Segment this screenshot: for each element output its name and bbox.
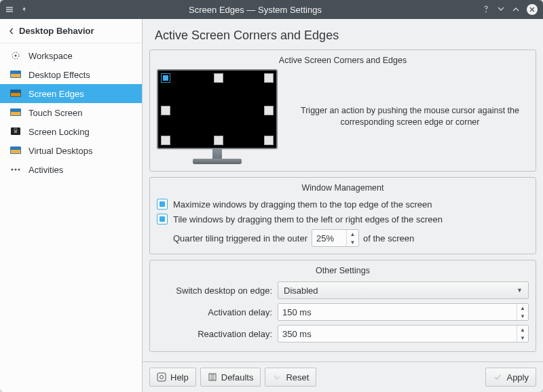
svg-rect-10 (14, 130, 17, 133)
pin-icon[interactable] (20, 5, 29, 14)
desktop-effects-icon (10, 69, 22, 80)
svg-rect-12 (11, 150, 20, 153)
sidebar-item-screen-edges[interactable]: Screen Edges (0, 84, 142, 103)
virtual-desktops-icon (10, 145, 22, 156)
sidebar-item-activities[interactable]: Activities (0, 160, 142, 179)
sidebar: Desktop Behavior Workspace Desktop Effec… (0, 19, 143, 392)
tile-label: Tile windows by dragging them to the lef… (173, 214, 443, 224)
spin-down-icon[interactable]: ▼ (347, 238, 358, 246)
edge-top[interactable] (214, 73, 223, 83)
svg-rect-4 (11, 74, 20, 77)
screen-locking-icon (10, 126, 22, 137)
reset-icon (272, 372, 282, 382)
maximize-icon[interactable] (512, 6, 520, 13)
workspace-icon (10, 50, 22, 61)
edge-top-left[interactable] (161, 73, 170, 83)
sidebar-item-label: Screen Edges (29, 89, 84, 99)
defaults-icon (208, 372, 217, 382)
reactivation-delay-spinbox[interactable]: ▲▼ (278, 325, 529, 342)
button-label: Help (170, 372, 189, 383)
edge-bottom-right[interactable] (264, 136, 274, 145)
svg-rect-16 (157, 373, 166, 381)
button-label: Reset (286, 372, 309, 383)
svg-point-14 (15, 169, 17, 171)
quarter-tiling-spinbox[interactable]: ▲▼ (312, 229, 359, 247)
svg-point-15 (18, 169, 20, 171)
sidebar-item-label: Activities (29, 165, 63, 175)
group-other-settings: Other Settings Switch desktop on edge: D… (149, 260, 536, 352)
edge-bottom-left[interactable] (161, 136, 170, 145)
spin-down-icon[interactable]: ▼ (517, 312, 528, 320)
svg-rect-8 (11, 112, 20, 115)
reactivation-delay-input[interactable] (278, 329, 517, 339)
edge-left[interactable] (161, 106, 170, 115)
touch-screen-icon (10, 107, 22, 118)
titlebar: Screen Edges — System Settings (0, 0, 543, 19)
spin-up-icon[interactable]: ▲ (517, 326, 528, 334)
close-icon[interactable] (527, 4, 538, 15)
edges-hint: Trigger an action by pushing the mouse c… (291, 105, 529, 129)
sidebar-item-desktop-effects[interactable]: Desktop Effects (0, 65, 142, 84)
chevron-down-icon: ▼ (517, 287, 523, 294)
svg-point-2 (15, 55, 17, 57)
spin-up-icon[interactable]: ▲ (347, 230, 358, 238)
help-icon (157, 372, 166, 382)
sidebar-item-screen-locking[interactable]: Screen Locking (0, 122, 142, 141)
page-title: Active Screen Corners and Edges (143, 19, 543, 50)
svg-point-0 (485, 12, 487, 13)
sidebar-item-label: Screen Locking (29, 127, 90, 137)
sidebar-item-workspace[interactable]: Workspace (0, 46, 142, 65)
group-title: Other Settings (157, 266, 529, 279)
window-title: Screen Edges — System Settings (29, 5, 482, 15)
edge-top-right[interactable] (264, 73, 274, 83)
activities-icon (10, 164, 22, 175)
reset-button[interactable]: Reset (265, 368, 316, 387)
screen-edges-icon (10, 88, 22, 99)
button-label: Defaults (221, 372, 254, 383)
maximize-label: Maximize windows by dragging them to the… (173, 199, 432, 210)
button-label: Apply (506, 372, 529, 383)
sidebar-item-label: Virtual Desktops (29, 146, 92, 156)
group-active-edges: Active Screen Corners and Edges (149, 50, 536, 172)
svg-rect-6 (11, 93, 20, 96)
breadcrumb-label: Desktop Behavior (19, 26, 94, 36)
activation-delay-input[interactable] (278, 307, 517, 317)
sidebar-item-label: Touch Screen (29, 108, 83, 118)
spin-up-icon[interactable]: ▲ (517, 304, 528, 312)
quarter-tiling-suffix: of the screen (363, 233, 414, 243)
tile-checkbox[interactable] (157, 214, 168, 224)
minimize-icon[interactable] (497, 6, 505, 13)
help-button[interactable]: Help (149, 368, 196, 387)
switch-desktop-select[interactable]: Disabled ▼ (278, 281, 529, 299)
quarter-tiling-input[interactable] (312, 233, 346, 243)
help-icon[interactable] (482, 5, 490, 14)
group-window-management: Window Management Maximize windows by dr… (149, 177, 536, 254)
svg-point-13 (12, 169, 14, 171)
group-title: Active Screen Corners and Edges (157, 56, 529, 69)
activation-delay-label: Activation delay: (157, 307, 272, 317)
maximize-checkbox[interactable] (157, 199, 168, 210)
quarter-tiling-prefix: Quarter tiling triggered in the outer (173, 233, 307, 243)
reactivation-delay-label: Reactivation delay: (157, 329, 272, 339)
sidebar-item-label: Desktop Effects (29, 70, 90, 80)
app-menu-icon[interactable] (5, 5, 14, 14)
svg-point-17 (160, 376, 164, 379)
switch-desktop-value: Disabled (284, 286, 318, 296)
edge-right[interactable] (264, 106, 274, 115)
breadcrumb[interactable]: Desktop Behavior (0, 19, 142, 43)
sidebar-item-virtual-desktops[interactable]: Virtual Desktops (0, 141, 142, 160)
chevron-left-icon (8, 28, 15, 35)
window: Screen Edges — System Settings Desktop B… (0, 0, 543, 392)
sidebar-item-touch-screen[interactable]: Touch Screen (0, 103, 142, 122)
sidebar-item-label: Workspace (29, 51, 73, 61)
defaults-button[interactable]: Defaults (200, 368, 261, 387)
edge-bottom[interactable] (214, 136, 223, 145)
apply-icon (493, 372, 502, 382)
activation-delay-spinbox[interactable]: ▲▼ (278, 303, 529, 321)
group-title: Window Management (157, 183, 529, 197)
footer: Help Defaults Reset Apply (143, 361, 543, 392)
screen-edge-monitor (157, 69, 278, 149)
switch-desktop-label: Switch desktop on edge: (157, 286, 272, 296)
apply-button[interactable]: Apply (485, 368, 536, 387)
spin-down-icon[interactable]: ▼ (517, 334, 528, 342)
